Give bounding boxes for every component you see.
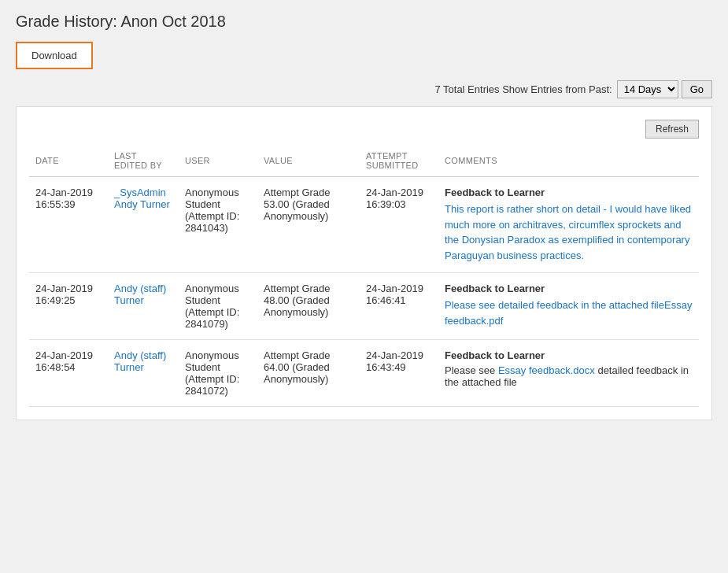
cell-date: 24-Jan-2019 16:55:39 [29,177,108,273]
table-row: 24-Jan-2019 16:48:54Andy (staff) TurnerA… [29,340,699,407]
cell-comments: Feedback to LearnerPlease see detailed f… [438,273,699,340]
col-header-comments: COMMENTS [438,146,699,177]
col-header-edited-by: LAST EDITED BY [108,146,179,177]
cell-attempt-submitted: 24-Jan-2019 16:46:41 [360,273,438,340]
cell-date: 24-Jan-2019 16:48:54 [29,340,108,407]
cell-date: 24-Jan-2019 16:49:25 [29,273,108,340]
page-title: Grade History: Anon Oct 2018 [16,13,712,31]
download-button[interactable]: Download [16,42,93,69]
entries-controls: 7 Total Entries Show Entries from Past: … [16,80,712,98]
cell-attempt-submitted: 24-Jan-2019 16:43:49 [360,340,438,407]
grade-history-table: DATE LAST EDITED BY USER VALUE ATTEMPT S… [29,146,699,407]
cell-value: Attempt Grade 53.00 (Graded Anonymously) [257,177,360,273]
show-entries-label: Show Entries from Past: [502,83,612,95]
feedback-link[interactable]: Essay feedback.docx [498,364,595,376]
total-entries-label: 7 Total Entries [434,83,499,95]
table-row: 24-Jan-2019 16:49:25Andy (staff) TurnerA… [29,273,699,340]
cell-comments: Feedback to LearnerThis report is rather… [438,177,699,273]
period-select[interactable]: 14 Days 30 Days 60 Days All [617,80,678,98]
grade-history-table-container: Refresh DATE LAST EDITED BY USER VALUE A… [16,106,712,420]
cell-edited-by: _SysAdmin Andy Turner [108,177,179,273]
cell-attempt-submitted: 24-Jan-2019 16:39:03 [360,177,438,273]
table-row: 24-Jan-2019 16:55:39_SysAdmin Andy Turne… [29,177,699,273]
cell-edited-by: Andy (staff) Turner [108,340,179,407]
cell-comments: Feedback to LearnerPlease see Essay feed… [438,340,699,407]
col-header-value: VALUE [257,146,360,177]
cell-edited-by: Andy (staff) Turner [108,273,179,340]
cell-value: Attempt Grade 64.00 (Graded Anonymously) [257,340,360,407]
refresh-button[interactable]: Refresh [645,120,699,139]
cell-user: Anonymous Student (Attempt ID: 2841072) [179,340,257,407]
feedback-link[interactable]: Essay feedback.pdf [445,299,692,327]
cell-user: Anonymous Student (Attempt ID: 2841079) [179,273,257,340]
go-button[interactable]: Go [682,80,712,98]
cell-user: Anonymous Student (Attempt ID: 2841043) [179,177,257,273]
cell-value: Attempt Grade 48.00 (Graded Anonymously) [257,273,360,340]
col-header-attempt: ATTEMPT SUBMITTED [360,146,438,177]
col-header-user: USER [179,146,257,177]
col-header-date: DATE [29,146,108,177]
